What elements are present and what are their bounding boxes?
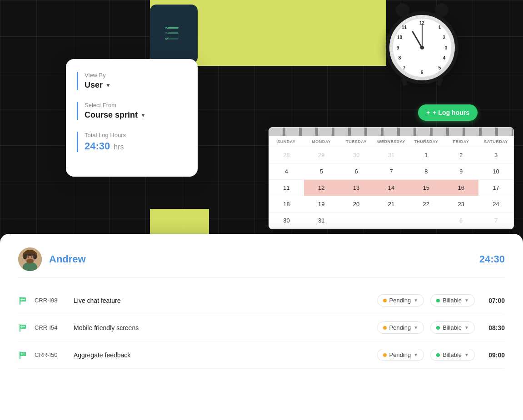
- cal-cell[interactable]: 6: [443, 212, 478, 229]
- total-hours-section: Total Log Hours 24:30 hrs: [77, 132, 185, 152]
- hour-hand: [412, 31, 423, 48]
- total-hours-label: Total Log Hours: [85, 132, 185, 138]
- cal-cell[interactable]: 1: [408, 147, 443, 163]
- task-id: CRR-I50: [35, 351, 67, 358]
- clock-num-8: 8: [397, 55, 403, 60]
- view-by-chevron: ▼: [105, 82, 111, 89]
- cal-cell[interactable]: 20: [339, 196, 374, 212]
- task-row: CRR-I50 Aggregate feedback Pending ▼ Bil…: [18, 341, 505, 369]
- cal-day-sat: SATURDAY: [478, 136, 513, 147]
- cal-cell[interactable]: 28: [269, 147, 304, 163]
- task-flag-icon: [18, 350, 28, 360]
- cal-cell[interactable]: 3: [478, 147, 513, 163]
- cal-cell[interactable]: 30: [339, 147, 374, 163]
- cal-cell[interactable]: [374, 212, 409, 229]
- total-hours-value: 24:30: [85, 140, 110, 152]
- cal-cell[interactable]: 23: [443, 196, 478, 212]
- clock-num-10: 10: [397, 35, 403, 40]
- cal-cell[interactable]: 31: [374, 147, 409, 163]
- cal-cell[interactable]: 17: [478, 180, 513, 196]
- billable-label: Billable: [443, 324, 462, 331]
- billable-badge[interactable]: Billable ▼: [430, 349, 475, 361]
- clock-num-4: 4: [441, 55, 448, 60]
- billable-dot: [436, 299, 440, 302]
- view-by-section: View By User ▼: [77, 72, 185, 90]
- billable-dot: [436, 353, 440, 357]
- cal-cell-highlighted[interactable]: 13: [339, 180, 374, 196]
- status-badge[interactable]: Pending ▼: [377, 349, 424, 361]
- avatar: [18, 247, 42, 271]
- status-label: Pending: [389, 297, 411, 304]
- task-time: 08:30: [481, 324, 505, 331]
- cal-cell[interactable]: 8: [408, 163, 443, 180]
- status-badge[interactable]: Pending ▼: [377, 321, 424, 334]
- cal-cell[interactable]: 19: [304, 196, 339, 212]
- select-from-text: Course sprint: [85, 110, 138, 120]
- cal-cell-highlighted[interactable]: 14: [374, 180, 409, 196]
- billable-chevron: ▼: [464, 325, 469, 330]
- status-chevron: ▼: [413, 298, 418, 303]
- cal-cell[interactable]: 7: [374, 163, 409, 180]
- view-by-label: View By: [85, 72, 185, 79]
- view-by-text: User: [85, 80, 103, 90]
- avatar-image: [18, 247, 42, 271]
- cal-day-sun: SUNDAY: [269, 136, 304, 147]
- billable-badge[interactable]: Billable ▼: [430, 321, 475, 334]
- minute-hand: [422, 24, 423, 48]
- log-hours-label: + Log hours: [433, 109, 470, 116]
- cal-day-mon: MONDAY: [304, 136, 339, 147]
- calendar: SUNDAY MONDAY TUESDAY WEDNESDAY THURSDAY…: [269, 127, 514, 229]
- clock-num-6: 6: [419, 70, 425, 75]
- cal-cell[interactable]: 18: [269, 196, 304, 212]
- cal-cell[interactable]: 29: [304, 147, 339, 163]
- cal-cell[interactable]: 24: [478, 196, 513, 212]
- cal-cell[interactable]: 30: [269, 212, 304, 229]
- cal-cell[interactable]: 10: [478, 163, 513, 180]
- billable-badge[interactable]: Billable ▼: [430, 294, 475, 306]
- cal-cell[interactable]: 21: [374, 196, 409, 212]
- cal-day-tue: TUESDAY: [339, 136, 374, 147]
- total-hours-unit: hrs: [114, 143, 124, 151]
- select-from-section: Select From Course sprint ▼: [77, 102, 185, 120]
- clock-num-2: 2: [441, 35, 448, 40]
- cal-cell[interactable]: 4: [269, 163, 304, 180]
- cal-cell[interactable]: 31: [304, 212, 339, 229]
- cal-cell[interactable]: 6: [339, 163, 374, 180]
- task-list: CRR-I98 Live chat feature Pending ▼ Bill…: [18, 287, 505, 369]
- alarm-clock: 12 3 6 9 1 11 2 4 5 7 8 10: [380, 2, 464, 93]
- cal-cell[interactable]: 11: [269, 180, 304, 196]
- status-badge[interactable]: Pending ▼: [377, 294, 424, 306]
- cal-cell[interactable]: 7: [478, 212, 513, 229]
- cal-cell[interactable]: 2: [443, 147, 478, 163]
- clock-num-3: 3: [443, 45, 449, 50]
- cal-cell-highlighted[interactable]: 16: [443, 180, 478, 196]
- cal-cell[interactable]: [339, 212, 374, 229]
- log-hours-button[interactable]: + + Log hours: [418, 104, 478, 121]
- svg-rect-14: [34, 256, 36, 259]
- select-from-value[interactable]: Course sprint ▼: [85, 110, 185, 120]
- clock-center: [420, 46, 424, 49]
- task-time: 09:00: [481, 351, 505, 359]
- cal-cell-highlighted[interactable]: 15: [408, 180, 443, 196]
- view-by-value[interactable]: User ▼: [85, 80, 185, 90]
- billable-chevron: ▼: [464, 298, 469, 303]
- billable-label: Billable: [443, 297, 462, 304]
- cal-cell-highlighted[interactable]: 12: [304, 180, 339, 196]
- select-from-label: Select From: [85, 102, 185, 109]
- task-row: CRR-I98 Live chat feature Pending ▼ Bill…: [18, 287, 505, 314]
- clock-num-7: 7: [401, 65, 408, 70]
- cal-cell[interactable]: 5: [304, 163, 339, 180]
- status-dot: [383, 326, 387, 330]
- status-dot: [383, 353, 387, 357]
- status-label: Pending: [389, 351, 411, 358]
- log-hours-icon: +: [426, 109, 430, 116]
- cal-cell[interactable]: [408, 212, 443, 229]
- task-row: CRR-I54 Mobile friendly screens Pending …: [18, 314, 505, 341]
- task-id: CRR-I98: [35, 297, 67, 304]
- user-name: Andrew: [49, 253, 472, 265]
- task-name: Aggregate feedback: [74, 351, 371, 359]
- cal-day-fri: FRIDAY: [443, 136, 478, 147]
- billable-label: Billable: [443, 351, 462, 358]
- cal-cell[interactable]: 22: [408, 196, 443, 212]
- cal-cell[interactable]: 9: [443, 163, 478, 180]
